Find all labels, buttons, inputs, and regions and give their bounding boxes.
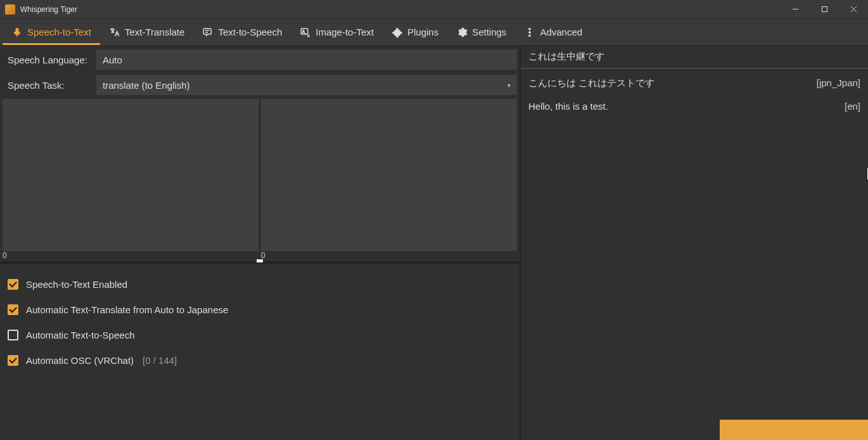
transcript-lang-tag: [jpn_Jpan]	[810, 77, 860, 88]
speech-task-label: Speech Task:	[3, 80, 96, 91]
tab-image-to-text[interactable]: Image-to-Text	[291, 19, 383, 45]
progress-bar	[521, 420, 868, 440]
app-icon	[5, 4, 15, 15]
titlebar: Whispering Tiger	[0, 0, 868, 19]
speech-task-value: translate (to English)	[103, 80, 190, 91]
tab-advanced[interactable]: Advanced	[515, 19, 591, 45]
waveform-marker	[257, 259, 263, 262]
progress-fill	[720, 420, 868, 440]
transcript-header: これは生中継です	[521, 46, 868, 69]
transcript-row: こんにちは これはテストです [jpn_Jpan]	[528, 77, 860, 89]
speech-task-select[interactable]: translate (to English) ▾	[96, 75, 517, 95]
svg-rect-6	[204, 29, 212, 34]
tab-label: Settings	[472, 27, 506, 37]
auto-translate-label: Automatic Text-Translate from Auto to Ja…	[26, 304, 228, 315]
tab-label: Advanced	[540, 27, 582, 37]
window-title: Whispering Tiger	[20, 5, 77, 14]
svg-point-12	[529, 31, 531, 33]
translate-icon	[109, 27, 120, 38]
waveform-right-value: 0	[261, 251, 517, 260]
minimize-button[interactable]	[781, 0, 810, 19]
transcript-body: こんにちは これはテストです [jpn_Jpan] Hello, this is…	[521, 70, 868, 420]
speech-language-value: Auto	[103, 55, 122, 65]
speech-icon	[202, 27, 214, 38]
transcript-row: Hello, this is a test. [en]	[528, 101, 860, 112]
right-panel: これは生中継です こんにちは これはテストです [jpn_Jpan] Hello…	[520, 46, 868, 440]
svg-rect-1	[822, 7, 827, 12]
auto-osc-label: Automatic OSC (VRChat)	[26, 355, 134, 366]
chevron-down-icon: ▾	[507, 82, 511, 89]
auto-tts-checkbox[interactable]	[8, 330, 18, 340]
auto-tts-label: Automatic Text-to-Speech	[26, 330, 134, 340]
maximize-button[interactable]	[810, 0, 839, 19]
speech-language-label: Speech Language:	[3, 55, 96, 65]
tab-label: Image-to-Text	[316, 27, 374, 37]
transcript-text: こんにちは これはテストです	[528, 77, 654, 89]
tab-speech-to-text[interactable]: Speech-to-Text	[3, 19, 100, 45]
stt-enabled-label: Speech-to-Text Enabled	[26, 279, 127, 290]
tab-label: Text-Translate	[125, 27, 184, 37]
auto-osc-counter: [0 / 144]	[143, 355, 177, 366]
tab-plugins[interactable]: Plugins	[383, 19, 447, 45]
tab-label: Plugins	[407, 27, 438, 37]
transcript-lang-tag: [en]	[838, 101, 860, 112]
svg-point-13	[529, 34, 531, 36]
close-button[interactable]	[839, 0, 868, 19]
tab-settings[interactable]: Settings	[447, 19, 515, 45]
plugin-icon	[392, 27, 403, 38]
image-text-icon	[300, 27, 311, 38]
tab-text-to-speech[interactable]: Text-to-Speech	[193, 19, 291, 45]
waveform-left-value: 0	[3, 251, 258, 260]
more-icon	[524, 27, 535, 38]
gear-icon	[456, 27, 468, 38]
speech-language-input[interactable]: Auto	[96, 49, 517, 70]
transcript-text: Hello, this is a test.	[528, 101, 608, 112]
svg-point-11	[529, 28, 531, 30]
auto-translate-checkbox[interactable]	[8, 304, 18, 315]
tabbar: Speech-to-Text Text-Translate Text-to-Sp…	[0, 19, 868, 46]
tab-label: Speech-to-Text	[27, 27, 91, 37]
tab-label: Text-to-Speech	[218, 27, 282, 37]
tab-text-translate[interactable]: Text-Translate	[100, 19, 193, 45]
mic-icon	[11, 27, 23, 38]
auto-osc-checkbox[interactable]	[8, 355, 18, 366]
waveform-panel-right	[261, 99, 517, 251]
left-panel: Speech Language: Auto Speech Task: trans…	[0, 46, 520, 440]
waveform-panel-left	[3, 99, 258, 251]
stt-enabled-checkbox[interactable]	[8, 279, 18, 290]
